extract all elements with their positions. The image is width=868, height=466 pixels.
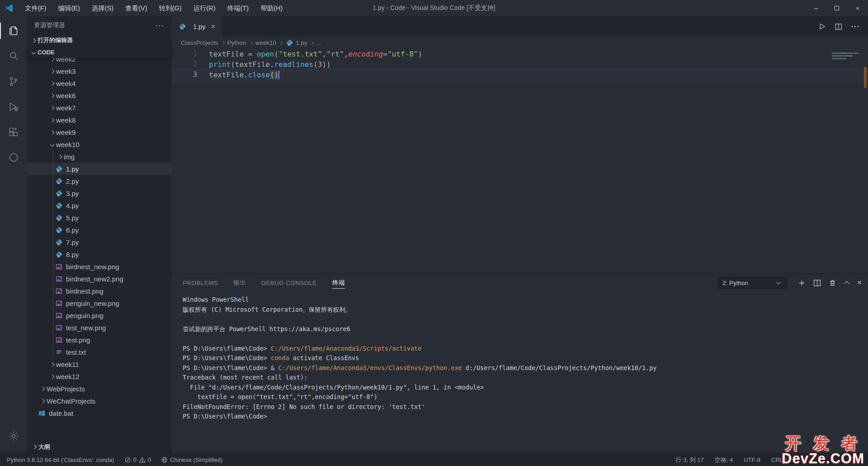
tree-item-WebProjects[interactable]: WebProjects bbox=[27, 383, 172, 395]
language-pack-status[interactable]: Chinese (Simplified) bbox=[160, 454, 224, 466]
tree-item-week3[interactable]: week3 bbox=[27, 65, 172, 77]
tree-item-penguin-png[interactable]: penguin.png bbox=[27, 309, 172, 322]
terminal-line: textFile = open("test.txt","rt",encoding… bbox=[183, 392, 868, 402]
maximize-button[interactable] bbox=[826, 0, 847, 16]
indentation-status[interactable]: 空格: 4 bbox=[713, 456, 734, 464]
breadcrumb-item[interactable]: Python bbox=[227, 39, 246, 46]
run-file-button[interactable] bbox=[818, 23, 826, 30]
tree-item-week8[interactable]: week8 bbox=[27, 114, 172, 126]
tree-item-label: 3.py bbox=[66, 190, 79, 197]
menu-item[interactable]: 编辑(E) bbox=[52, 0, 86, 16]
img-file-icon bbox=[56, 324, 63, 332]
tree-item-6-py[interactable]: 6.py bbox=[27, 224, 172, 236]
breadcrumb-item[interactable]: ClassProjects bbox=[181, 39, 218, 46]
minimap[interactable] bbox=[832, 51, 860, 61]
tree-item-label: date.bat bbox=[49, 409, 73, 417]
section-open-editors[interactable]: 打开的编辑器 bbox=[27, 34, 172, 46]
tree-item-date-bat[interactable]: date.bat bbox=[27, 407, 172, 419]
split-editor-button[interactable] bbox=[835, 23, 842, 30]
tree-item-test_new-png[interactable]: test_new.png bbox=[27, 322, 172, 334]
tree-item-week12[interactable]: week12 bbox=[27, 371, 172, 383]
code-line[interactable]: 2print(textFile.readlines(3)) bbox=[172, 59, 868, 70]
tree-item-2-py[interactable]: 2.py bbox=[27, 175, 172, 187]
code-line[interactable]: 1textFile = open("test.txt","rt",encodin… bbox=[172, 49, 868, 59]
tab-close-icon[interactable]: × bbox=[209, 22, 217, 31]
menu-item[interactable]: 运行(R) bbox=[187, 0, 221, 16]
section-code-root[interactable]: CODE bbox=[27, 46, 172, 58]
menu-item[interactable]: 终端(T) bbox=[222, 0, 255, 16]
eol-status[interactable]: CRLF bbox=[770, 456, 788, 463]
tree-item-week7[interactable]: week7 bbox=[27, 102, 172, 114]
breadcrumb-item[interactable]: 1.py bbox=[285, 39, 307, 47]
tree-item-WeChatProjects[interactable]: WeChatProjects bbox=[27, 395, 172, 407]
search-icon[interactable] bbox=[0, 43, 27, 69]
panel-tab-终端[interactable]: 终端 bbox=[332, 274, 345, 291]
more-actions-button[interactable]: ··· bbox=[851, 23, 860, 31]
source-control-icon[interactable] bbox=[0, 69, 27, 94]
tree-item-week4[interactable]: week4 bbox=[27, 77, 172, 90]
menu-item[interactable]: 帮助(H) bbox=[255, 0, 288, 16]
menu-item[interactable]: 文件(F) bbox=[19, 0, 52, 16]
terminal-selector[interactable]: 2: Python bbox=[718, 277, 787, 289]
explorer-header: 资源管理器 ··· bbox=[27, 16, 172, 34]
section-outline[interactable]: 大纲 bbox=[27, 440, 172, 453]
tree-item-birdnest_new2-png[interactable]: birdnest_new2.png bbox=[27, 273, 172, 285]
settings-gear-icon[interactable] bbox=[0, 423, 27, 449]
minimize-button[interactable]: ─ bbox=[806, 0, 826, 16]
menu-item[interactable]: 转到(G) bbox=[153, 0, 188, 16]
run-debug-icon[interactable] bbox=[0, 94, 27, 119]
title-bar: 文件(F)编辑(E)选择(S)查看(V)转到(G)运行(R)终端(T)帮助(H)… bbox=[0, 0, 868, 16]
new-terminal-button[interactable] bbox=[798, 279, 806, 287]
chevron-right-icon bbox=[48, 373, 56, 380]
terminal-line: PS D:\Users\flame\Code> C:/Users/flame/A… bbox=[183, 344, 868, 354]
tree-item-4-py[interactable]: 4.py bbox=[27, 200, 172, 212]
code-line[interactable]: 3textFile.close() bbox=[172, 70, 868, 80]
panel-tab-problems[interactable]: PROBLEMS bbox=[183, 274, 218, 291]
tree-item-label: 4.py bbox=[66, 202, 79, 209]
tree-item-penguin_new-png[interactable]: penguin_new.png bbox=[27, 297, 172, 309]
tree-item-label: 7.py bbox=[66, 238, 79, 246]
img-file-icon bbox=[56, 276, 63, 283]
split-terminal-button[interactable] bbox=[813, 279, 821, 287]
tree-item-5-py[interactable]: 5.py bbox=[27, 212, 172, 224]
terminal-line: File "d:/Users/flame/Code/ClassProjects/… bbox=[183, 383, 868, 393]
explorer-icon[interactable] bbox=[0, 18, 27, 43]
close-window-button[interactable]: × bbox=[847, 0, 868, 16]
tree-item-8-py[interactable]: 8.py bbox=[27, 248, 172, 261]
tree-item-week11[interactable]: week11 bbox=[27, 358, 172, 371]
maximize-panel-button[interactable] bbox=[844, 280, 849, 285]
tree-item-img[interactable]: img bbox=[27, 151, 172, 163]
terminal-output[interactable]: Windows PowerShell版权所有 (C) Microsoft Cor… bbox=[172, 291, 868, 453]
cursor-position-status[interactable]: 行 3, 列 17 bbox=[675, 456, 705, 464]
menu-item[interactable]: 选择(S) bbox=[86, 0, 119, 16]
extensions-icon[interactable] bbox=[0, 119, 27, 145]
close-panel-button[interactable]: × bbox=[857, 278, 862, 287]
tree-item-week9[interactable]: week9 bbox=[27, 126, 172, 138]
breadcrumb-item[interactable]: week10 bbox=[255, 39, 277, 46]
tree-item-birdnest-png[interactable]: birdnest.png bbox=[27, 285, 172, 297]
tree-item-week6[interactable]: week6 bbox=[27, 90, 172, 102]
tree-item-test-txt[interactable]: test.txt bbox=[27, 346, 172, 358]
python-interpreter-status[interactable]: Python 3.6.12 64-bit ('ClassEnvs': conda… bbox=[5, 454, 116, 466]
tree-item-label: week7 bbox=[56, 104, 75, 112]
breadcrumb-separator-icon bbox=[220, 40, 226, 46]
tree-item-test-png[interactable]: test.png bbox=[27, 334, 172, 346]
circle-extension-icon[interactable] bbox=[0, 145, 27, 170]
kill-terminal-trash-button[interactable] bbox=[829, 279, 836, 287]
encoding-status[interactable]: UTF-8 bbox=[742, 456, 762, 463]
menu-item[interactable]: 查看(V) bbox=[119, 0, 153, 16]
panel-tab-输出[interactable]: 输出 bbox=[233, 274, 246, 291]
problems-status[interactable]: 0 0 bbox=[123, 454, 152, 466]
tab-1py[interactable]: 1.py × bbox=[172, 16, 223, 37]
explorer-more-actions[interactable]: ··· bbox=[156, 22, 165, 29]
tree-item-week10[interactable]: week10 bbox=[27, 138, 172, 151]
panel-tab-debug-console[interactable]: DEBUG CONSOLE bbox=[261, 274, 317, 291]
tree-item-1-py[interactable]: 1.py bbox=[27, 163, 172, 175]
code-editor[interactable]: 1textFile = open("test.txt","rt",encodin… bbox=[172, 49, 868, 274]
tree-item-week2[interactable]: week2 bbox=[27, 58, 172, 65]
breadcrumb-item[interactable]: … bbox=[316, 39, 323, 46]
tree-item-7-py[interactable]: 7.py bbox=[27, 236, 172, 248]
tree-item-3-py[interactable]: 3.py bbox=[27, 187, 172, 200]
activity-bar bbox=[0, 16, 27, 453]
tree-item-birdnest_new-png[interactable]: birdnest_new.png bbox=[27, 261, 172, 273]
